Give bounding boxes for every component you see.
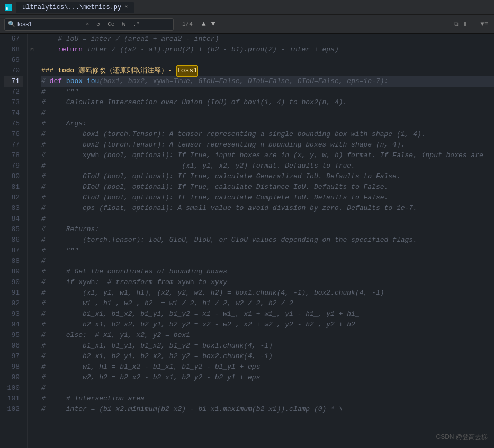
diff-button[interactable]: ⫿ bbox=[471, 20, 477, 29]
gutter-76 bbox=[28, 129, 37, 140]
line-num-100: 100 bbox=[4, 383, 23, 394]
code-line-89: # # Get the coordinates of bounding boxe… bbox=[41, 267, 494, 277]
code-line-73: # Calculate Intersection over Union (IoU… bbox=[41, 97, 494, 108]
app-icon: u bbox=[4, 3, 13, 12]
search-count: 1/4 bbox=[182, 21, 193, 28]
line-num-75: 75 bbox=[4, 118, 23, 129]
line-num-86: 86 bbox=[4, 235, 23, 245]
gutter-96 bbox=[28, 341, 37, 351]
gutter-83 bbox=[28, 203, 37, 214]
code-text-74: # bbox=[41, 108, 46, 118]
line-num-96: 96 bbox=[4, 341, 23, 351]
code-line-82: # CIoU (bool, optional): If True, calcul… bbox=[41, 193, 494, 203]
code-content[interactable]: # IoU = inter / (area1 + area2 - inter) … bbox=[37, 34, 494, 448]
line-num-79: 79 bbox=[4, 161, 23, 171]
code-line-83: # eps (float, optional): A small value t… bbox=[41, 203, 494, 214]
gutter-78 bbox=[28, 150, 37, 161]
code-text-95: # else: # x1, y1, x2, y2 = box1 bbox=[41, 330, 190, 341]
clear-search-button[interactable]: × bbox=[83, 20, 92, 29]
line-num-92: 92 bbox=[4, 298, 23, 309]
line-num-91: 91 bbox=[4, 288, 23, 298]
code-text-100: # bbox=[41, 383, 46, 394]
svg-text:u: u bbox=[6, 6, 8, 11]
code-text-92: # w1_, h1_, w2_, h2_ = w1 / 2, h1 / 2, w… bbox=[41, 298, 293, 309]
gutter-68: ⊡ bbox=[28, 44, 37, 55]
code-line-69 bbox=[41, 55, 494, 66]
line-num-83: 83 bbox=[4, 203, 23, 214]
code-text-68 bbox=[41, 44, 58, 55]
line-num-81: 81 bbox=[4, 182, 23, 193]
search-icon: 🔍 bbox=[8, 21, 15, 28]
split-button[interactable]: ⫿ bbox=[462, 20, 469, 29]
gutter-98 bbox=[28, 362, 37, 372]
code-text-79: # (x1, y1, x2, y2) format. Defaults to T… bbox=[41, 161, 355, 171]
gutter-92 bbox=[28, 298, 37, 309]
line-num-77: 77 bbox=[4, 140, 23, 150]
code-text-102: # inter = (b1_x2.minimum(b2_x2) - b1_x1.… bbox=[41, 404, 343, 415]
title-bar: u ultralytics\...\metrics.py × bbox=[0, 0, 494, 15]
code-area: 67 68 69 70 71 72 73 74 75 76 77 78 79 8… bbox=[0, 34, 494, 448]
code-line-96: # b1_x1, b1_y1, b1_x2, b1_y2 = box1.chun… bbox=[41, 341, 494, 351]
gutter-102 bbox=[28, 404, 37, 415]
line-num-102: 102 bbox=[4, 404, 23, 415]
line-num-85: 85 bbox=[4, 224, 23, 235]
code-text-94: # b2_x1, b2_x2, b2_y1, b2_y2 = x2 - w2_,… bbox=[41, 319, 360, 330]
gutter-87 bbox=[28, 245, 37, 256]
regex-button[interactable]: .* bbox=[130, 20, 142, 29]
code-text-84: # bbox=[41, 214, 46, 224]
whole-word-button[interactable]: W bbox=[119, 20, 128, 29]
code-line-97: # b2_x1, b2_y1, b2_x2, b2_y2 = box2.chun… bbox=[41, 351, 494, 362]
file-tab[interactable]: ultralytics\...\metrics.py × bbox=[16, 2, 134, 13]
code-line-79: # (x1, y1, x2, y2) format. Defaults to T… bbox=[41, 161, 494, 171]
search-input[interactable] bbox=[17, 21, 81, 28]
gutter-97 bbox=[28, 351, 37, 362]
tab-close-icon[interactable]: × bbox=[124, 4, 128, 10]
code-text-67: # IoU = inter / (area1 + area2 - inter) bbox=[41, 34, 219, 44]
next-match-button[interactable]: ▼ bbox=[210, 20, 217, 29]
gutter-84 bbox=[28, 214, 37, 224]
line-num-72: 72 bbox=[4, 87, 23, 97]
gutter-69 bbox=[28, 55, 37, 66]
gutter-73 bbox=[28, 97, 37, 108]
code-xywh2-90: xywh bbox=[177, 277, 194, 288]
prev-match-button[interactable]: ▲ bbox=[200, 20, 208, 29]
line-num-97: 97 bbox=[4, 351, 23, 362]
code-line-101: # # Intersection area bbox=[41, 394, 494, 404]
code-line-80: # GIoU (bool, optional): If True, calcul… bbox=[41, 171, 494, 182]
code-line-76: # box1 (torch.Tensor): A tensor represen… bbox=[41, 129, 494, 140]
code-text-76: # box1 (torch.Tensor): A tensor represen… bbox=[41, 129, 426, 140]
code-text-85: # Returns: bbox=[41, 224, 99, 235]
watermark: CSDN @登高去梯 bbox=[436, 433, 488, 442]
code-line-68: return inter / ((a2 - a1).prod(2) + (b2 … bbox=[41, 44, 494, 55]
code-xywh-71: xywh bbox=[153, 76, 169, 87]
code-sp-71 bbox=[62, 76, 66, 87]
case-sensitive-button[interactable]: Cc bbox=[105, 20, 117, 29]
gutter-81 bbox=[28, 182, 37, 193]
copy-button[interactable]: ⧉ bbox=[452, 20, 460, 29]
code-line-93: # b1_x1, b1_x2, b1_y1, b1_y2 = x1 - w1_,… bbox=[41, 309, 494, 319]
code-text-89: # # Get the coordinates of bounding boxe… bbox=[41, 267, 227, 277]
line-num-89: 89 bbox=[4, 267, 23, 277]
code-rest-68: inter / ((a2 - a1).prod(2) + (b2 - b1).p… bbox=[83, 44, 339, 55]
code-line-77: # box2 (torch.Tensor): A tensor represen… bbox=[41, 140, 494, 150]
code-line-99: # w2, h2 = b2_x2 - b2_x1, b2_y2 - b2_y1 … bbox=[41, 372, 494, 383]
gutter-67 bbox=[28, 34, 37, 44]
gutter-77 bbox=[28, 140, 37, 150]
line-num-87: 87 bbox=[4, 245, 23, 256]
gutter: ⊡ bbox=[28, 34, 37, 448]
gutter-85 bbox=[28, 224, 37, 235]
code-todo-text-70: 源码修改（还原则取消注释）- bbox=[74, 66, 176, 76]
search-input-wrapper[interactable]: 🔍 × ↺ Cc W .* bbox=[4, 18, 174, 31]
gutter-101 bbox=[28, 394, 37, 404]
code-line-74: # bbox=[41, 108, 494, 118]
code-line-102: # inter = (b1_x2.minimum(b2_x2) - b1_x1.… bbox=[41, 404, 494, 415]
filter-button[interactable]: ▼≡ bbox=[479, 20, 490, 29]
line-num-94: 94 bbox=[4, 319, 23, 330]
code-text-86: # (torch.Tensor): IoU, GIoU, DIoU, or CI… bbox=[41, 235, 417, 245]
refresh-search-button[interactable]: ↺ bbox=[94, 20, 103, 29]
code-todo-label-70: todo bbox=[58, 66, 74, 76]
line-num-78: 78 bbox=[4, 150, 23, 161]
search-bar: 🔍 × ↺ Cc W .* 1/4 ▲ ▼ ⧉ ⫿ ⫿ ▼≡ bbox=[0, 15, 494, 34]
code-line-70: ### todo 源码修改（还原则取消注释）- loss1 bbox=[41, 66, 494, 76]
code-loss1-match-70: loss1 bbox=[176, 65, 198, 77]
